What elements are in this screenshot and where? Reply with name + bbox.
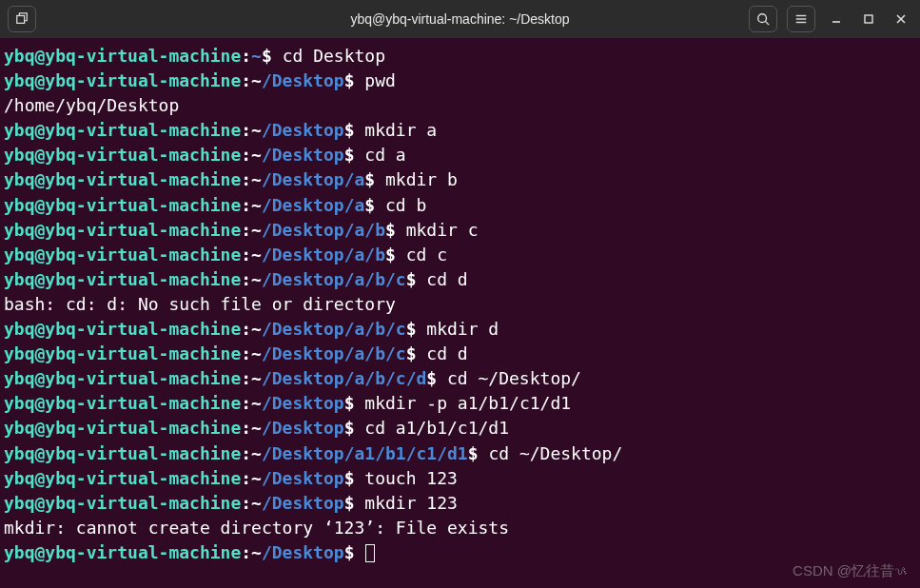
prompt-tilde: ~ <box>251 468 262 488</box>
prompt-command: touch 123 <box>364 468 458 488</box>
minimize-button[interactable] <box>825 8 848 30</box>
terminal-line: ybq@ybq-virtual-machine:~/Desktop$ mkdir… <box>4 391 916 416</box>
prompt-user: ybq@ybq-virtual-machine <box>4 493 241 513</box>
close-button[interactable] <box>890 8 912 30</box>
prompt-separator: : <box>241 319 251 339</box>
prompt-symbol: $ <box>468 443 489 463</box>
prompt-command: cd ~/Desktop/ <box>488 443 622 463</box>
minimize-icon <box>831 13 842 25</box>
prompt-separator: : <box>241 343 251 363</box>
prompt-tilde: ~ <box>251 319 262 339</box>
terminal-output: bash: cd: d: No such file or directory <box>4 294 396 314</box>
prompt-separator: : <box>241 393 251 413</box>
prompt-user: ybq@ybq-virtual-machine <box>4 120 241 140</box>
prompt-user: ybq@ybq-virtual-machine <box>4 245 241 265</box>
terminal-line: ybq@ybq-virtual-machine:~/Desktop/a/b$ m… <box>4 218 916 243</box>
svg-point-1 <box>758 14 767 23</box>
prompt-symbol: $ <box>344 468 365 488</box>
titlebar-left <box>8 6 179 32</box>
prompt-separator: : <box>241 220 251 240</box>
prompt-tilde: ~ <box>251 393 262 413</box>
prompt-tilde: ~ <box>251 542 262 562</box>
prompt-tilde: ~ <box>251 368 262 388</box>
prompt-user: ybq@ybq-virtual-machine <box>4 343 241 363</box>
prompt-command: mkdir c <box>406 220 479 240</box>
prompt-symbol: $ <box>426 368 447 388</box>
maximize-button[interactable] <box>857 8 880 30</box>
window-title: ybq@ybq-virtual-machine: ~/Desktop <box>186 11 734 27</box>
prompt-path: /Desktop <box>262 493 344 513</box>
prompt-command: mkdir b <box>385 169 458 189</box>
prompt-user: ybq@ybq-virtual-machine <box>4 169 241 189</box>
prompt-path: /Desktop/a/b/c <box>262 319 406 339</box>
titlebar-right <box>741 6 912 32</box>
prompt-tilde: ~ <box>251 120 262 140</box>
cursor <box>365 544 375 562</box>
prompt-symbol: $ <box>344 70 365 90</box>
hamburger-menu-button[interactable] <box>787 6 815 32</box>
prompt-tilde: ~ <box>251 269 262 289</box>
terminal-line: ybq@ybq-virtual-machine:~/Desktop/a/b$ c… <box>4 243 916 267</box>
prompt-user: ybq@ybq-virtual-machine <box>4 443 241 463</box>
prompt-tilde: ~ <box>251 195 262 215</box>
prompt-separator: : <box>241 269 251 289</box>
prompt-path: /Desktop <box>262 542 344 562</box>
prompt-separator: : <box>241 120 251 140</box>
terminal-content[interactable]: ybq@ybq-virtual-machine:~$ cd Desktopybq… <box>0 38 920 571</box>
prompt-user: ybq@ybq-virtual-machine <box>4 46 241 66</box>
svg-rect-7 <box>865 15 872 23</box>
prompt-separator: : <box>241 245 251 265</box>
search-button[interactable] <box>749 6 777 32</box>
prompt-user: ybq@ybq-virtual-machine <box>4 468 241 488</box>
prompt-tilde: ~ <box>251 145 262 165</box>
prompt-separator: : <box>241 493 251 513</box>
prompt-symbol: $ <box>344 120 365 140</box>
prompt-tilde: ~ <box>251 343 262 363</box>
prompt-symbol: $ <box>385 245 406 265</box>
prompt-path: /Desktop <box>262 70 344 90</box>
prompt-separator: : <box>241 195 251 215</box>
terminal-line: ybq@ybq-virtual-machine:~/Desktop$ pwd <box>4 69 916 93</box>
prompt-symbol: $ <box>406 319 427 339</box>
prompt-path: /Desktop/a/b/c <box>262 269 406 289</box>
terminal-line: mkdir: cannot create directory ‘123’: Fi… <box>4 516 916 540</box>
prompt-path: /Desktop/a <box>262 169 364 189</box>
prompt-user: ybq@ybq-virtual-machine <box>4 542 241 562</box>
search-icon <box>756 12 770 26</box>
new-tab-icon <box>15 12 29 26</box>
prompt-user: ybq@ybq-virtual-machine <box>4 145 241 165</box>
prompt-path: /Desktop <box>262 418 344 438</box>
prompt-user: ybq@ybq-virtual-machine <box>4 418 241 438</box>
prompt-symbol: $ <box>344 542 365 562</box>
prompt-separator: : <box>241 468 251 488</box>
terminal-line: ybq@ybq-virtual-machine:~/Desktop/a/b/c$… <box>4 342 916 366</box>
prompt-path: /Desktop <box>262 393 344 413</box>
close-icon <box>895 13 907 25</box>
prompt-path: /Desktop/a1/b1/c1/d1 <box>262 443 468 463</box>
prompt-separator: : <box>241 145 251 165</box>
terminal-line: ybq@ybq-virtual-machine:~/Desktop/a1/b1/… <box>4 441 916 466</box>
terminal-line: ybq@ybq-virtual-machine:~/Desktop$ <box>4 540 916 565</box>
prompt-separator: : <box>241 70 251 90</box>
prompt-command: mkdir -p a1/b1/c1/d1 <box>364 393 571 413</box>
maximize-icon <box>863 13 874 25</box>
hamburger-icon <box>794 12 808 26</box>
prompt-command: mkdir a <box>364 120 437 140</box>
prompt-symbol: $ <box>344 393 365 413</box>
terminal-line: ybq@ybq-virtual-machine:~/Desktop$ touch… <box>4 466 916 491</box>
prompt-command: mkdir 123 <box>364 493 458 513</box>
prompt-path: /Desktop/a/b/c/d <box>262 368 426 388</box>
prompt-user: ybq@ybq-virtual-machine <box>4 70 241 90</box>
terminal-output: /home/ybq/Desktop <box>4 95 179 115</box>
prompt-symbol: $ <box>364 195 385 215</box>
prompt-path: /Desktop/a/b <box>262 220 385 240</box>
prompt-user: ybq@ybq-virtual-machine <box>4 269 241 289</box>
terminal-line: ybq@ybq-virtual-machine:~/Desktop$ mkdir… <box>4 118 916 143</box>
new-tab-button[interactable] <box>8 6 36 32</box>
prompt-user: ybq@ybq-virtual-machine <box>4 319 241 339</box>
prompt-user: ybq@ybq-virtual-machine <box>4 393 241 413</box>
prompt-separator: : <box>241 46 251 66</box>
watermark: CSDN @忆往昔ᝰ <box>793 562 909 580</box>
prompt-separator: : <box>241 368 251 388</box>
prompt-command: cd b <box>385 195 426 215</box>
